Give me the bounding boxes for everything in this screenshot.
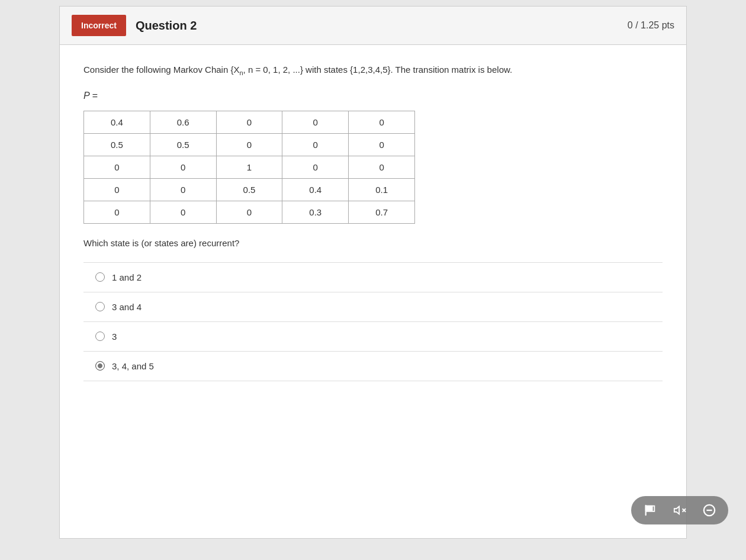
matrix-cell-1-0: 0.5 [84,133,150,156]
header-left: Incorrect Question 2 [72,15,197,36]
matrix-cell-4-0: 0 [84,201,150,223]
matrix-cell-3-1: 0 [150,178,216,201]
option-item-1[interactable]: 1 and 2 [83,262,663,292]
matrix-row: 000.50.40.1 [84,178,415,201]
matrix-cell-1-4: 0 [349,133,415,156]
problem-text: Consider the following Markov Chain {Xn,… [83,63,663,79]
matrix-cell-0-4: 0 [349,111,415,133]
option-label-opt1: 1 and 2 [112,272,142,282]
mute-button[interactable] [670,501,689,520]
question-card: Incorrect Question 2 0 / 1.25 pts Consid… [59,6,687,539]
matrix-cell-1-1: 0.5 [150,133,216,156]
option-label-opt4: 3, 4, and 5 [112,361,154,371]
radio-opt1[interactable] [95,272,105,282]
svg-rect-0 [645,506,653,511]
radio-opt3[interactable] [95,332,105,341]
question-body: Consider the following Markov Chain {Xn,… [60,45,686,399]
incorrect-badge: Incorrect [72,15,126,36]
p-equals-label: P = [83,91,663,101]
matrix-cell-2-2: 1 [216,156,282,178]
matrix-cell-2-3: 0 [282,156,349,178]
matrix-cell-4-4: 0.7 [349,201,415,223]
matrix-cell-2-1: 0 [150,156,216,178]
option-item-3[interactable]: 3 [83,321,663,351]
matrix-cell-2-4: 0 [349,156,415,178]
matrix-cell-3-3: 0.4 [282,178,349,201]
question-prompt: Which state is (or states are) recurrent… [83,238,663,248]
matrix-cell-4-3: 0.3 [282,201,349,223]
matrix-cell-4-1: 0 [150,201,216,223]
option-label-opt3: 3 [112,332,117,342]
matrix-cell-1-2: 0 [216,133,282,156]
matrix-cell-3-2: 0.5 [216,178,282,201]
matrix-cell-0-0: 0.4 [84,111,150,133]
options-list: 1 and 23 and 433, 4, and 5 [83,262,663,381]
matrix-cell-0-2: 0 [216,111,282,133]
matrix-cell-4-2: 0 [216,201,282,223]
question-title: Question 2 [136,19,197,33]
matrix-cell-3-4: 0.1 [349,178,415,201]
option-item-4[interactable]: 3, 4, and 5 [83,351,663,381]
matrix-cell-2-0: 0 [84,156,150,178]
radio-opt4[interactable] [95,361,105,371]
matrix-cell-0-1: 0.6 [150,111,216,133]
floating-controls [631,496,728,524]
points-display: 0 / 1.25 pts [628,20,674,31]
option-label-opt2: 3 and 4 [112,302,142,312]
matrix-row: 0000.30.7 [84,201,415,223]
question-header: Incorrect Question 2 0 / 1.25 pts [60,7,686,45]
matrix-cell-0-3: 0 [282,111,349,133]
radio-opt2[interactable] [95,302,105,311]
matrix-row: 0.40.6000 [84,111,415,133]
matrix-row: 00100 [84,156,415,178]
option-item-2[interactable]: 3 and 4 [83,292,663,321]
matrix-cell-3-0: 0 [84,178,150,201]
transition-matrix: 0.40.60000.50.500000100000.50.40.10000.3… [83,111,415,224]
minus-button[interactable] [700,501,719,520]
matrix-row: 0.50.5000 [84,133,415,156]
flag-button[interactable] [641,501,660,520]
matrix-cell-1-3: 0 [282,133,349,156]
